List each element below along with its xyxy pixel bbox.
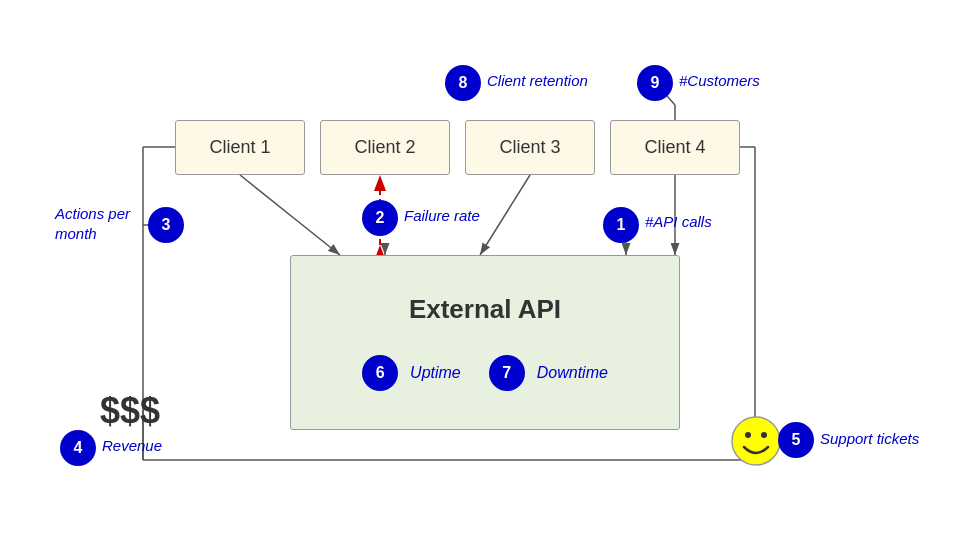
circle-3: 3	[148, 207, 184, 243]
label-api-calls: #API calls	[645, 213, 712, 230]
client4-box: Client 4	[610, 120, 740, 175]
api-labels-row: 6 Uptime 7 Downtime	[362, 355, 608, 391]
circle-2: 2	[362, 200, 398, 236]
client3-box: Client 3	[465, 120, 595, 175]
circle-8: 8	[445, 65, 481, 101]
label-revenue: Revenue	[102, 437, 162, 454]
smiley-face	[730, 415, 782, 467]
api-box: External API 6 Uptime 7 Downtime	[290, 255, 680, 430]
api-title: External API	[409, 294, 561, 325]
client4-label: Client 4	[644, 137, 705, 158]
svg-point-19	[745, 432, 751, 438]
circle-6-inline: 6	[362, 355, 398, 391]
client2-label: Client 2	[354, 137, 415, 158]
circle-4: 4	[60, 430, 96, 466]
svg-point-20	[761, 432, 767, 438]
svg-line-4	[240, 175, 340, 255]
circle-7-inline: 7	[489, 355, 525, 391]
label-support-tickets: Support tickets	[820, 430, 919, 447]
label-failure-rate: Failure rate	[404, 207, 480, 224]
uptime-label: Uptime	[410, 364, 461, 382]
circle-9: 9	[637, 65, 673, 101]
dollar-signs: $$$	[100, 390, 160, 432]
client3-label: Client 3	[499, 137, 560, 158]
downtime-label: Downtime	[537, 364, 608, 382]
client2-box: Client 2	[320, 120, 450, 175]
diagram: Client 1 Client 2 Client 3 Client 4 Exte…	[0, 0, 960, 540]
circle-1: 1	[603, 207, 639, 243]
svg-line-6	[480, 175, 530, 255]
svg-point-18	[732, 417, 780, 465]
client1-label: Client 1	[209, 137, 270, 158]
label-client-retention: Client retention	[487, 72, 588, 89]
label-actions-per-month: Actions permonth	[55, 204, 130, 243]
label-customers: #Customers	[679, 72, 760, 89]
client1-box: Client 1	[175, 120, 305, 175]
circle-5: 5	[778, 422, 814, 458]
